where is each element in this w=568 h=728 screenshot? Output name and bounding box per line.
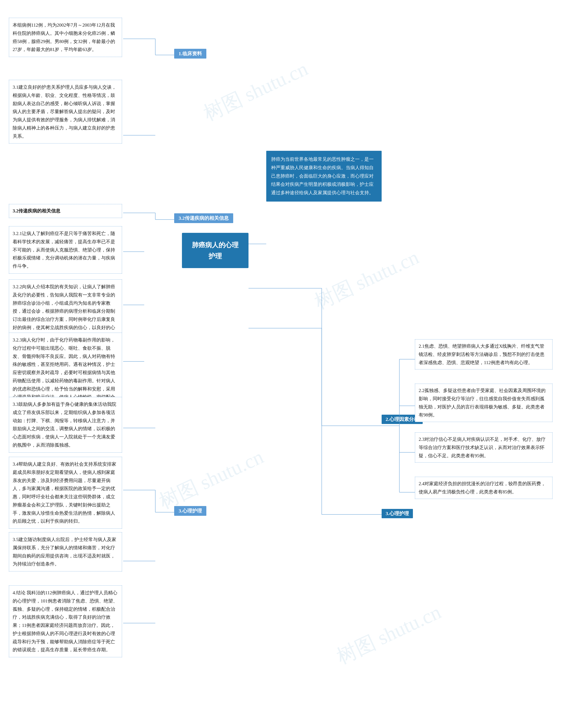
- block-3-2-label-text: 3.2传递疾病的相关信息: [13, 208, 60, 214]
- badge-clinical: 1.临床资料: [174, 49, 206, 59]
- badge-psy-care-right: 3.心理护理: [382, 509, 413, 518]
- watermark-2: 树图 shutu.cn: [310, 244, 423, 316]
- block-3-1: 3.1建立良好的护患关系护理人员应多与病人交谈，根据病人年龄、职业、文化程度、性…: [9, 80, 122, 143]
- block-clinical: 本组病例112例，均为2002年7月～2003年12月在我科住院的肺癌病人。其中…: [9, 18, 122, 57]
- block-3-5-text: 3.5建立随访制度病人出院后，护士经常与病人及家属保持联系，充分了解病人的情绪和…: [13, 537, 116, 567]
- rsub-2: 2.2孤独感、多疑这些患者由于受家庭、社会因素及周围环境的影响，同时接受化疗等治…: [415, 384, 552, 422]
- right-info-text: 肺癌为当前世界各地最常见的恶性肿瘤之一，是一种严重威胁人民健康和生命的疾病。当病…: [271, 157, 374, 195]
- block-3-3-text: 3.3鼓励病人多参加有益于身心健康的集体活动我院成立了癌友俱乐部以来，定期组织病…: [13, 402, 116, 448]
- rsub-4: 2.4对家庭经济负担的担忧漫长的治疗过程，较昂贵的医药费，使病人易产生消极负性心…: [415, 477, 552, 499]
- block-3-2-2-text: 3.2.2向病人介绍本院的有关知识，让病人了解肺癌及化疗的必要性，告知病人我院有…: [13, 284, 115, 338]
- block-3-2-1-text: 3.2.1让病人了解到癌症不是只等于痛苦和死亡，随着科学技术的发展，减轻痛苦，提…: [13, 231, 115, 269]
- block-4: 4.结论 我科治的112例肺癌病人，通过护理人员精心的心理护理，101例患者消除…: [9, 585, 122, 657]
- block-3-4-text: 3.4帮助病人建立良好、有效的社会支持系统安排家庭成员和亲朋好友定期看望病人，使…: [13, 461, 116, 524]
- page-container: 树图 shutu.cn 树图 shutu.cn 树图 shutu.cn 树图 s…: [0, 0, 568, 728]
- block-3-3: 3.3鼓励病人多参加有益于身心健康的集体活动我院成立了癌友俱乐部以来，定期组织病…: [9, 397, 122, 453]
- block-clinical-text: 本组病例112例，均为2002年7月～2003年12月在我科住院的肺癌病人。其中…: [13, 22, 115, 52]
- block-3-4: 3.4帮助病人建立良好、有效的社会支持系统安排家庭成员和亲朋好友定期看望病人，使…: [9, 457, 122, 529]
- rsub-3-text: 2.3对治疗信心不足病人对疾病认识不足，对手术、化疗、放疗等综合治疗方案和医疗技…: [419, 437, 546, 458]
- block-3-5: 3.5建立随访制度病人出院后，护士经常与病人及家属保持联系，充分了解病人的情绪和…: [9, 532, 122, 571]
- block-3-2-1: 3.2.1让病人了解到癌症不是只等于痛苦和死亡，随着科学技术的发展，减轻痛苦，提…: [9, 226, 122, 274]
- rsub-1: 2.1焦虑、恐惧、绝望肺癌病人大多通过X线胸片、纤维支气管镜活检、经皮肺穿刺活检…: [415, 339, 552, 369]
- watermark-3: 树图 shutu.cn: [155, 443, 268, 515]
- watermark-4: 树图 shutu.cn: [333, 598, 445, 670]
- right-info-box: 肺癌为当前世界各地最常见的恶性肿瘤之一，是一种严重威胁人民健康和生命的疾病。当病…: [266, 151, 382, 202]
- block-4-text: 4.结论 我科治的112例肺癌病人，通过护理人员精心的心理护理，101例患者消除…: [13, 590, 118, 652]
- badge-3-2: 3.2传递疾病的相关信息: [174, 213, 233, 223]
- main-center-node: 肺癌病人的心理护理: [182, 233, 248, 268]
- watermark-1: 树图 shutu.cn: [199, 55, 312, 127]
- rsub-1-text: 2.1焦虑、恐惧、绝望肺癌病人大多通过X线胸片、纤维支气管镜活检、经皮肺穿刺活检…: [419, 343, 544, 365]
- rsub-4-text: 2.4对家庭经济负担的担忧漫长的治疗过程，较昂贵的医药费，使病人易产生消极负性心…: [419, 481, 546, 494]
- badge-3-psy: 3.心理护理: [174, 506, 206, 516]
- rsub-2-text: 2.2孤独感、多疑这些患者由于受家庭、社会因素及周围环境的影响，同时接受化疗等治…: [419, 388, 546, 418]
- block-3-1-text: 3.1建立良好的护患关系护理人员应多与病人交谈，根据病人年龄、职业、文化程度、性…: [13, 84, 116, 139]
- rsub-3: 2.3对治疗信心不足病人对疾病认识不足，对手术、化疗、放疗等综合治疗方案和医疗技…: [415, 432, 552, 463]
- block-3-2-label: 3.2传递疾病的相关信息: [9, 204, 122, 218]
